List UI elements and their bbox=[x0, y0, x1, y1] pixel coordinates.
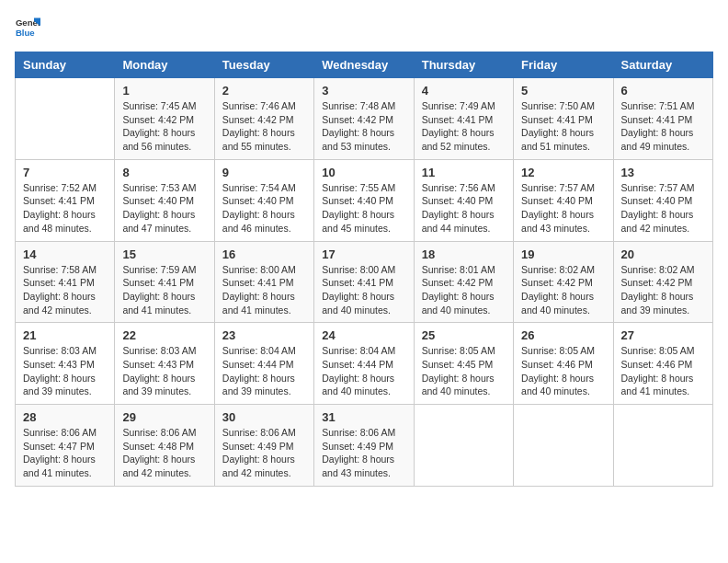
day-number: 15 bbox=[122, 247, 206, 261]
calendar-cell: 19Sunrise: 8:02 AMSunset: 4:42 PMDayligh… bbox=[514, 241, 613, 323]
calendar-cell: 4Sunrise: 7:49 AMSunset: 4:41 PMDaylight… bbox=[414, 78, 513, 160]
col-header-thursday: Thursday bbox=[414, 52, 513, 78]
day-number: 7 bbox=[23, 166, 107, 179]
calendar-week-2: 7Sunrise: 7:52 AMSunset: 4:41 PMDaylight… bbox=[16, 159, 713, 241]
day-number: 27 bbox=[621, 328, 705, 342]
cell-info: Sunrise: 8:00 AMSunset: 4:41 PMDaylight:… bbox=[222, 263, 306, 317]
cell-info: Sunrise: 7:53 AMSunset: 4:40 PMDaylight:… bbox=[122, 181, 206, 236]
calendar-cell: 15Sunrise: 7:59 AMSunset: 4:41 PMDayligh… bbox=[115, 241, 214, 323]
cell-info: Sunrise: 7:50 AMSunset: 4:41 PMDaylight:… bbox=[521, 99, 605, 154]
calendar-cell: 22Sunrise: 8:03 AMSunset: 4:43 PMDayligh… bbox=[115, 323, 214, 405]
day-number: 23 bbox=[222, 328, 306, 342]
cell-info: Sunrise: 8:01 AMSunset: 4:42 PMDaylight:… bbox=[422, 263, 506, 317]
col-header-sunday: Sunday bbox=[16, 52, 115, 78]
cell-info: Sunrise: 7:51 AMSunset: 4:41 PMDaylight:… bbox=[621, 99, 705, 154]
cell-info: Sunrise: 8:05 AMSunset: 4:46 PMDaylight:… bbox=[521, 344, 605, 398]
day-number: 30 bbox=[222, 410, 306, 424]
calendar-cell: 31Sunrise: 8:06 AMSunset: 4:49 PMDayligh… bbox=[314, 405, 414, 487]
logo: General Blue bbox=[15, 15, 44, 40]
calendar-cell: 8Sunrise: 7:53 AMSunset: 4:40 PMDaylight… bbox=[115, 159, 214, 241]
calendar-cell: 27Sunrise: 8:05 AMSunset: 4:46 PMDayligh… bbox=[613, 323, 712, 405]
calendar-cell bbox=[514, 405, 613, 487]
cell-info: Sunrise: 8:05 AMSunset: 4:46 PMDaylight:… bbox=[621, 344, 705, 398]
cell-info: Sunrise: 8:00 AMSunset: 4:41 PMDaylight:… bbox=[322, 263, 405, 317]
calendar-cell: 30Sunrise: 8:06 AMSunset: 4:49 PMDayligh… bbox=[214, 405, 313, 487]
calendar-week-5: 28Sunrise: 8:06 AMSunset: 4:47 PMDayligh… bbox=[16, 405, 713, 487]
cell-info: Sunrise: 7:57 AMSunset: 4:40 PMDaylight:… bbox=[521, 181, 605, 236]
header-row: SundayMondayTuesdayWednesdayThursdayFrid… bbox=[16, 52, 713, 78]
cell-info: Sunrise: 8:06 AMSunset: 4:47 PMDaylight:… bbox=[23, 426, 107, 480]
calendar-cell: 29Sunrise: 8:06 AMSunset: 4:48 PMDayligh… bbox=[115, 405, 214, 487]
cell-info: Sunrise: 7:49 AMSunset: 4:41 PMDaylight:… bbox=[422, 99, 506, 154]
col-header-friday: Friday bbox=[514, 52, 613, 78]
day-number: 19 bbox=[521, 247, 605, 261]
cell-info: Sunrise: 8:02 AMSunset: 4:42 PMDaylight:… bbox=[521, 263, 605, 317]
day-number: 18 bbox=[422, 247, 506, 261]
cell-info: Sunrise: 7:55 AMSunset: 4:40 PMDaylight:… bbox=[322, 181, 405, 236]
calendar-cell: 10Sunrise: 7:55 AMSunset: 4:40 PMDayligh… bbox=[314, 159, 414, 241]
cell-info: Sunrise: 8:03 AMSunset: 4:43 PMDaylight:… bbox=[23, 344, 107, 398]
calendar-cell: 7Sunrise: 7:52 AMSunset: 4:41 PMDaylight… bbox=[16, 159, 115, 241]
col-header-monday: Monday bbox=[115, 52, 214, 78]
calendar-cell: 14Sunrise: 7:58 AMSunset: 4:41 PMDayligh… bbox=[16, 241, 115, 323]
day-number: 12 bbox=[521, 166, 605, 179]
cell-info: Sunrise: 8:06 AMSunset: 4:48 PMDaylight:… bbox=[122, 426, 206, 480]
col-header-saturday: Saturday bbox=[613, 52, 712, 78]
calendar-cell: 3Sunrise: 7:48 AMSunset: 4:42 PMDaylight… bbox=[314, 78, 414, 160]
day-number: 10 bbox=[322, 166, 405, 179]
calendar-cell: 12Sunrise: 7:57 AMSunset: 4:40 PMDayligh… bbox=[514, 159, 613, 241]
calendar-cell: 28Sunrise: 8:06 AMSunset: 4:47 PMDayligh… bbox=[16, 405, 115, 487]
day-number: 11 bbox=[422, 166, 506, 179]
day-number: 9 bbox=[222, 166, 306, 179]
day-number: 3 bbox=[322, 84, 405, 98]
calendar-cell bbox=[16, 78, 115, 160]
calendar-week-4: 21Sunrise: 8:03 AMSunset: 4:43 PMDayligh… bbox=[16, 323, 713, 405]
day-number: 1 bbox=[122, 84, 206, 98]
calendar-cell: 2Sunrise: 7:46 AMSunset: 4:42 PMDaylight… bbox=[214, 78, 313, 160]
page-header: General Blue bbox=[15, 15, 713, 40]
logo-icon: General Blue bbox=[15, 15, 40, 40]
day-number: 28 bbox=[23, 410, 107, 424]
calendar-cell: 6Sunrise: 7:51 AMSunset: 4:41 PMDaylight… bbox=[613, 78, 712, 160]
day-number: 4 bbox=[422, 84, 506, 98]
cell-info: Sunrise: 8:04 AMSunset: 4:44 PMDaylight:… bbox=[222, 344, 306, 398]
cell-info: Sunrise: 8:04 AMSunset: 4:44 PMDaylight:… bbox=[322, 344, 405, 398]
cell-info: Sunrise: 8:06 AMSunset: 4:49 PMDaylight:… bbox=[322, 426, 405, 480]
col-header-wednesday: Wednesday bbox=[314, 52, 414, 78]
calendar-table: SundayMondayTuesdayWednesdayThursdayFrid… bbox=[15, 52, 713, 487]
day-number: 16 bbox=[222, 247, 306, 261]
cell-info: Sunrise: 7:54 AMSunset: 4:40 PMDaylight:… bbox=[222, 181, 306, 236]
cell-info: Sunrise: 7:52 AMSunset: 4:41 PMDaylight:… bbox=[23, 181, 107, 236]
day-number: 2 bbox=[222, 84, 306, 98]
calendar-cell bbox=[414, 405, 513, 487]
calendar-week-1: 1Sunrise: 7:45 AMSunset: 4:42 PMDaylight… bbox=[16, 78, 713, 160]
day-number: 6 bbox=[621, 84, 705, 98]
cell-info: Sunrise: 7:48 AMSunset: 4:42 PMDaylight:… bbox=[322, 99, 405, 154]
cell-info: Sunrise: 7:46 AMSunset: 4:42 PMDaylight:… bbox=[222, 99, 306, 154]
calendar-cell: 21Sunrise: 8:03 AMSunset: 4:43 PMDayligh… bbox=[16, 323, 115, 405]
cell-info: Sunrise: 7:58 AMSunset: 4:41 PMDaylight:… bbox=[23, 263, 107, 317]
calendar-cell: 23Sunrise: 8:04 AMSunset: 4:44 PMDayligh… bbox=[214, 323, 313, 405]
day-number: 26 bbox=[521, 328, 605, 342]
cell-info: Sunrise: 8:02 AMSunset: 4:42 PMDaylight:… bbox=[621, 263, 705, 317]
cell-info: Sunrise: 8:06 AMSunset: 4:49 PMDaylight:… bbox=[222, 426, 306, 480]
cell-info: Sunrise: 7:56 AMSunset: 4:40 PMDaylight:… bbox=[422, 181, 506, 236]
day-number: 25 bbox=[422, 328, 506, 342]
cell-info: Sunrise: 8:03 AMSunset: 4:43 PMDaylight:… bbox=[122, 344, 206, 398]
day-number: 21 bbox=[23, 328, 107, 342]
day-number: 29 bbox=[122, 410, 206, 424]
calendar-cell: 11Sunrise: 7:56 AMSunset: 4:40 PMDayligh… bbox=[414, 159, 513, 241]
calendar-cell: 26Sunrise: 8:05 AMSunset: 4:46 PMDayligh… bbox=[514, 323, 613, 405]
calendar-cell: 20Sunrise: 8:02 AMSunset: 4:42 PMDayligh… bbox=[613, 241, 712, 323]
cell-info: Sunrise: 7:45 AMSunset: 4:42 PMDaylight:… bbox=[122, 99, 206, 154]
cell-info: Sunrise: 7:57 AMSunset: 4:40 PMDaylight:… bbox=[621, 181, 705, 236]
day-number: 24 bbox=[322, 328, 405, 342]
calendar-cell: 18Sunrise: 8:01 AMSunset: 4:42 PMDayligh… bbox=[414, 241, 513, 323]
day-number: 22 bbox=[122, 328, 206, 342]
cell-info: Sunrise: 8:05 AMSunset: 4:45 PMDaylight:… bbox=[422, 344, 506, 398]
calendar-cell: 17Sunrise: 8:00 AMSunset: 4:41 PMDayligh… bbox=[314, 241, 414, 323]
day-number: 14 bbox=[23, 247, 107, 261]
calendar-cell: 9Sunrise: 7:54 AMSunset: 4:40 PMDaylight… bbox=[214, 159, 313, 241]
calendar-cell: 1Sunrise: 7:45 AMSunset: 4:42 PMDaylight… bbox=[115, 78, 214, 160]
calendar-cell bbox=[613, 405, 712, 487]
